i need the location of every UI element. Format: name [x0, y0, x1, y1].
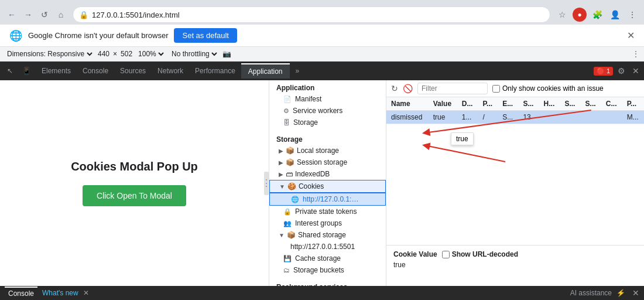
star-button[interactable]: ☆ — [555, 8, 569, 22]
cell-c — [601, 111, 622, 124]
col-value: Value — [429, 97, 457, 111]
extension-button[interactable]: ● — [573, 8, 587, 22]
storage-section-title: Storage — [269, 132, 386, 145]
notification-bar: 🌐 Google Chrome isn't your default brows… — [0, 25, 644, 47]
sidebar-item-shared-storage[interactable]: ▼ 📦 Shared storage — [269, 229, 386, 241]
top-bar: ← → ↺ ⌂ 🔒 127.0.0.1:5501/index.html ☆ ● … — [0, 0, 644, 25]
zoom-select[interactable]: 100% — [136, 49, 166, 59]
cell-p2: M... — [622, 111, 644, 124]
col-h: H... — [539, 97, 560, 111]
private-tokens-icon: 🔒 — [283, 208, 292, 216]
only-show-issues-checkbox[interactable]: Only show cookies with an issue — [492, 84, 604, 93]
notification-text: Google Chrome isn't your default browser — [28, 31, 168, 40]
back-button[interactable]: ← — [5, 8, 19, 22]
sidebar-item-storage-buckets[interactable]: 🗂 Storage buckets — [269, 264, 386, 276]
url-icon: 🌐 — [291, 196, 299, 203]
chrome-logo: 🌐 — [9, 29, 22, 42]
cell-p: / — [478, 111, 498, 124]
filter-input[interactable] — [417, 83, 488, 94]
cell-s1: 13 — [518, 111, 539, 124]
cookies-icon: 🍪 — [287, 182, 296, 190]
expand-icon: ▼ — [279, 183, 285, 190]
devtools-inspect-icon[interactable]: ↖ — [2, 64, 18, 77]
sidebar-item-session-storage[interactable]: ▶ 📦 Session storage — [269, 156, 386, 168]
dimensions-select[interactable]: Dimensions: Responsive — [5, 49, 94, 59]
col-p2: P... — [622, 97, 644, 111]
cookie-value-label: Cookie Value Show URL-decoded — [393, 250, 637, 258]
tab-console[interactable]: Console — [77, 63, 114, 79]
settings-icon[interactable]: ⚙ — [615, 64, 628, 78]
home-button[interactable]: ⌂ — [54, 8, 68, 22]
interest-groups-icon: 👥 — [283, 220, 292, 227]
sidebar-item-cookies[interactable]: ▼ 🍪 Cookies — [269, 180, 386, 193]
sidebar-item-service-workers[interactable]: ⚙ Service workers — [269, 105, 386, 117]
sidebar-item-cookies-url[interactable]: 🌐 http://127.0.0.1:5... — [269, 193, 386, 206]
address-bar[interactable]: 🔒 127.0.0.1:5501/index.html — [73, 6, 550, 23]
bottom-tab-console[interactable]: Console — [5, 287, 37, 299]
sidebar-item-shared-storage-url[interactable]: http://127.0.0.1:5501 — [269, 241, 386, 253]
lock-icon: 🔒 — [79, 11, 88, 19]
toolbar-x: × — [113, 50, 117, 58]
devtools-device-icon[interactable]: 📱 — [18, 64, 36, 77]
session-storage-icon: 📦 — [286, 158, 294, 166]
sidebar-item-indexeddb[interactable]: ▶ 🗃 IndexedDB — [269, 168, 386, 180]
storage-icon: 🗄 — [283, 119, 290, 126]
expand-icon: ▼ — [279, 232, 285, 238]
close-whats-new-button[interactable]: ✕ — [83, 289, 89, 297]
forward-button[interactable]: → — [21, 8, 35, 22]
extensions-button[interactable]: 🧩 — [590, 8, 604, 22]
panel-drag-handle[interactable] — [264, 172, 269, 195]
close-bottom-panel-button[interactable]: ✕ — [632, 288, 639, 298]
main-area: Cookies Modal Pop Up Click Open To Modal… — [0, 80, 644, 286]
sidebar-item-cache-storage[interactable]: 💾 Cache storage — [269, 253, 386, 264]
toolbar-more-icon: ⋮ — [632, 50, 639, 58]
cookie-table: Name Value D... P... E... S... H... S...… — [386, 97, 644, 245]
menu-button[interactable]: ⋮ — [625, 8, 639, 22]
sidebar-item-local-storage[interactable]: ▶ 📦 Local storage — [269, 145, 386, 156]
table-row[interactable]: dismissed true 1... / S... 13 M... — [386, 111, 644, 124]
col-name: Name — [386, 97, 429, 111]
bottom-tab-ai[interactable]: AI assistance — [570, 289, 612, 297]
bottom-tab-whats-new[interactable]: What's new — [42, 289, 78, 297]
tab-more[interactable]: » — [290, 63, 306, 79]
devtools-tabs: ↖ 📱 Elements Console Sources Network Per… — [0, 62, 644, 80]
tab-elements[interactable]: Elements — [36, 63, 77, 79]
clear-cookies-button[interactable]: 🚫 — [403, 84, 413, 93]
camera-icon: 📷 — [222, 50, 231, 58]
sidebar-item-storage[interactable]: 🗄 Storage — [269, 117, 386, 128]
throttling-select[interactable]: No throttling — [169, 49, 219, 59]
reload-button[interactable]: ↺ — [37, 8, 52, 22]
ai-icon: ⚡ — [616, 289, 625, 297]
tab-network[interactable]: Network — [152, 63, 189, 79]
sidebar-item-interest-groups[interactable]: 👥 Interest groups — [269, 217, 386, 229]
tab-application[interactable]: Application — [241, 63, 290, 79]
col-c: C... — [601, 97, 622, 111]
close-notification-button[interactable]: ✕ — [627, 30, 635, 41]
sidebar-item-manifest[interactable]: 📄 Manifest — [269, 93, 386, 105]
close-devtools-button[interactable]: ✕ — [630, 64, 642, 78]
service-workers-icon: ⚙ — [283, 107, 289, 115]
webpage-preview: Cookies Modal Pop Up Click Open To Modal — [0, 80, 269, 286]
open-modal-button[interactable]: Click Open To Modal — [83, 185, 186, 206]
toolbar-width: 440 — [98, 50, 109, 58]
filter-bar: ↻ 🚫 Only show cookies with an issue — [386, 80, 644, 97]
refresh-cookies-button[interactable]: ↻ — [391, 84, 398, 93]
toolbar-bar: Dimensions: Responsive 440 × 502 100% No… — [0, 47, 644, 62]
cell-d: 1... — [457, 111, 478, 124]
indexeddb-icon: 🗃 — [286, 170, 293, 178]
show-url-decoded-input[interactable] — [442, 251, 450, 258]
show-url-decoded-checkbox[interactable]: Show URL-decoded — [442, 250, 518, 258]
only-show-issues-checkbox-input[interactable] — [492, 85, 500, 93]
sidebar-item-private-tokens[interactable]: 🔒 Private state tokens — [269, 206, 386, 217]
tooltip-text: true — [456, 135, 468, 143]
tab-performance[interactable]: Performance — [189, 63, 241, 79]
application-sidebar: Application 📄 Manifest ⚙ Service workers… — [269, 80, 386, 286]
profile-button[interactable]: 👤 — [608, 8, 622, 22]
cookie-table-area: ↻ 🚫 Only show cookies with an issue Name — [386, 80, 644, 286]
cell-s3 — [581, 111, 601, 124]
expand-icon: ▶ — [279, 171, 283, 178]
error-badge: 🔴 1 — [594, 67, 613, 76]
set-default-button[interactable]: Set as default — [174, 28, 237, 43]
tab-sources[interactable]: Sources — [114, 63, 152, 79]
browser-actions: ☆ ● 🧩 👤 ⋮ — [555, 8, 639, 22]
